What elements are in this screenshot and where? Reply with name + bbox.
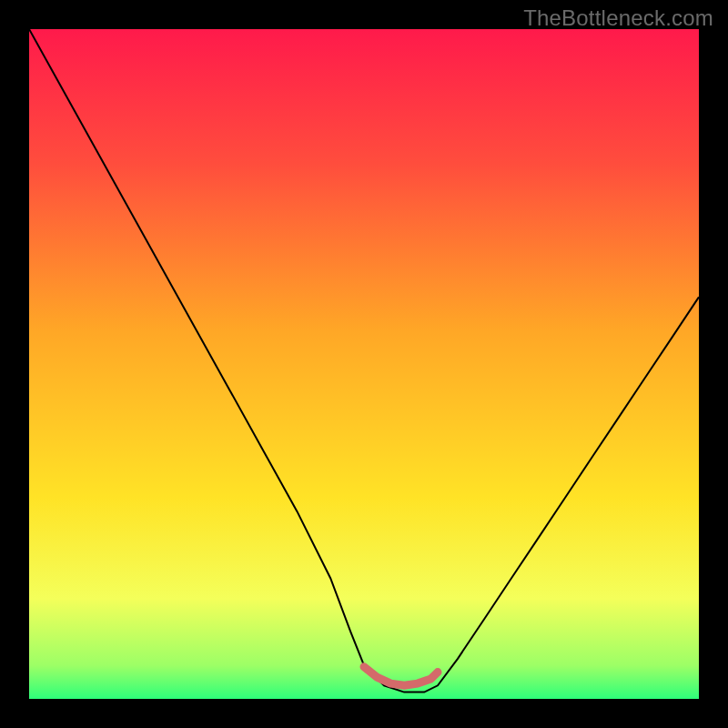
chart-frame: TheBottleneck.com: [0, 0, 728, 728]
watermark-text: TheBottleneck.com: [523, 5, 713, 31]
plot-area: [29, 29, 699, 699]
gradient-background: [29, 29, 699, 699]
bottleneck-chart: [29, 29, 699, 699]
